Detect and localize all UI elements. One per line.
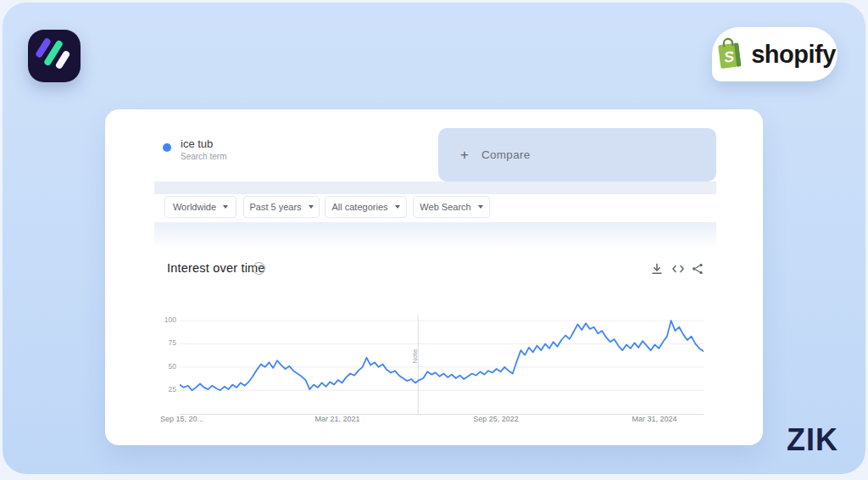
section-background-band [154,222,716,248]
download-icon[interactable] [651,263,665,275]
x-tick-3: Sep 25, 2022 [473,415,519,423]
blue-background-canvas: S shopify ice tub Search term + Compare … [3,3,865,474]
plus-icon: + [460,148,469,162]
filter-region-dropdown[interactable]: Worldwide [164,196,236,218]
filter-category-dropdown[interactable]: All categories [325,196,407,218]
filter-region-label: Worldwide [173,202,216,212]
term-color-dot [163,143,171,152]
help-icon[interactable]: ? [253,262,265,275]
filter-category-label: All categories [331,202,387,212]
filter-searchtype-label: Web Search [420,202,470,212]
help-glyph: ? [257,265,261,273]
chevron-down-icon [395,205,400,209]
filter-searchtype-dropdown[interactable]: Web Search [413,196,490,218]
compare-label: Compare [481,148,531,161]
compare-button[interactable]: + Compare [438,128,716,181]
y-tick-50: 50 [156,362,176,371]
shopify-badge: S shopify [712,27,837,81]
x-tick-2: Mar 21, 2021 [314,415,359,423]
section-title: Interest over time [167,261,265,275]
zik-logo [28,30,81,82]
x-tick-1: Sep 15, 20... [160,415,203,423]
term-type-label: Search term [181,152,226,161]
y-tick-25: 25 [156,385,176,393]
chevron-down-icon [478,205,483,209]
chevron-down-icon [309,205,314,209]
filter-timerange-label: Past 5 years [249,202,301,212]
zik-wordmark: ZIK [787,422,838,458]
note-label[interactable]: Note [411,342,419,364]
google-trends-card: ice tub Search term + Compare Worldwide … [105,109,763,445]
y-tick-100: 100 [156,315,176,324]
trend-polyline [180,321,704,390]
chevron-down-icon [223,205,228,209]
share-icon[interactable] [692,263,705,275]
shopify-wordmark: shopify [751,41,836,69]
trend-line-svg[interactable] [180,314,704,417]
chart-gridlines [180,321,704,390]
shopify-bag-icon: S [714,35,745,74]
embed-code-icon[interactable] [671,263,685,275]
term-label: ice tub [181,137,213,150]
filter-timerange-dropdown[interactable]: Past 5 years [243,196,320,218]
y-tick-75: 75 [156,338,176,347]
header-divider-strip [154,181,716,194]
x-tick-4: Mar 31, 2024 [632,415,676,423]
